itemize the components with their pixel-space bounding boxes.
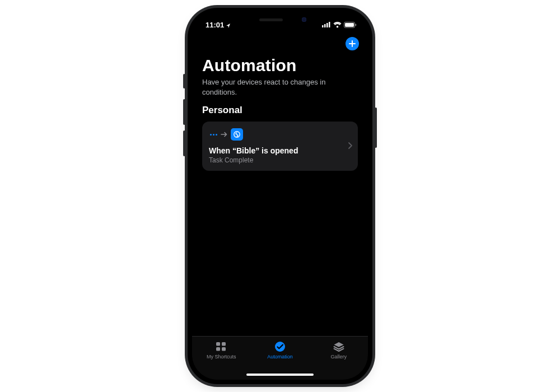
cellular-signal-icon <box>322 22 331 27</box>
location-icon <box>226 22 231 27</box>
grid-icon <box>214 340 228 353</box>
svg-rect-8 <box>216 342 220 346</box>
svg-rect-1 <box>324 24 326 27</box>
volume-up-button <box>183 99 185 125</box>
tab-automation[interactable]: Automation <box>255 340 305 360</box>
action-app-icon <box>231 128 243 141</box>
svg-point-12 <box>275 342 285 352</box>
add-automation-button[interactable] <box>346 37 359 50</box>
tab-label: My Shortcuts <box>207 354 236 360</box>
power-button <box>375 108 377 148</box>
tab-gallery[interactable]: Gallery <box>314 340 364 360</box>
page-subtitle: Have your devices react to changes in co… <box>202 77 348 97</box>
svg-rect-11 <box>222 347 226 351</box>
wifi-icon <box>333 22 342 28</box>
notch <box>235 12 325 27</box>
arrow-right-icon <box>221 132 227 137</box>
tab-label: Automation <box>267 354 293 360</box>
phone-frame: 11:01 <box>189 10 371 382</box>
main-content: Automation Have your devices react to ch… <box>192 55 368 336</box>
svg-rect-6 <box>356 24 357 26</box>
svg-rect-0 <box>322 25 324 27</box>
automation-title: When “Bible” is opened <box>209 146 351 155</box>
chevron-right-icon <box>348 141 352 151</box>
automation-flow-icons <box>209 128 351 141</box>
mute-switch <box>183 74 185 88</box>
svg-rect-10 <box>216 347 220 351</box>
automation-icon <box>273 340 287 353</box>
automation-card[interactable]: When “Bible” is opened Task Complete <box>202 122 358 171</box>
automation-subtitle: Task Complete <box>209 156 351 164</box>
svg-rect-2 <box>326 23 328 27</box>
home-indicator[interactable] <box>246 374 314 376</box>
page-title: Automation <box>202 56 358 75</box>
trigger-app-icon <box>209 134 217 136</box>
tab-label: Gallery <box>330 354 347 360</box>
earpiece-speaker <box>259 18 283 21</box>
svg-rect-3 <box>329 22 330 27</box>
plus-icon <box>348 40 356 48</box>
section-title-personal: Personal <box>202 105 358 116</box>
gallery-icon <box>332 340 346 353</box>
tab-my-shortcuts[interactable]: My Shortcuts <box>196 340 246 360</box>
status-time: 11:01 <box>206 21 224 29</box>
front-camera <box>302 17 306 22</box>
nav-bar <box>192 35 368 55</box>
svg-rect-9 <box>222 342 226 346</box>
screen: 11:01 <box>192 12 368 380</box>
battery-icon <box>344 22 357 28</box>
volume-down-button <box>183 130 185 156</box>
svg-rect-5 <box>345 23 354 27</box>
